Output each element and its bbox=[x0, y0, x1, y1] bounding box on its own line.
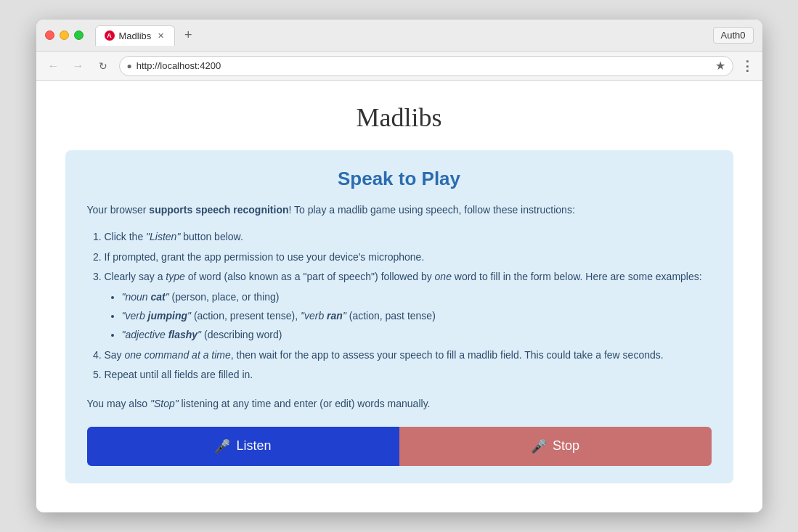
examples-list: "noun cat" (person, place, or thing) "ve… bbox=[122, 289, 712, 343]
stop-button[interactable]: 🎤 Stop bbox=[399, 427, 712, 466]
tab-bar: A Madlibs ✕ + bbox=[95, 25, 754, 46]
speak-to-play-card: Speak to Play Your browser supports spee… bbox=[65, 150, 733, 483]
stop-label: Stop bbox=[553, 438, 579, 454]
list-item: "noun cat" (person, place, or thing) bbox=[122, 289, 712, 306]
maximize-traffic-light[interactable] bbox=[74, 30, 84, 40]
intro-bold: supports speech recognition bbox=[149, 204, 288, 216]
minimize-traffic-light[interactable] bbox=[60, 30, 69, 40]
url-text: http://localhost:4200 bbox=[137, 60, 711, 71]
browser-window: A Madlibs ✕ + Auth0 ← → ↻ ● http://local… bbox=[36, 20, 762, 512]
lock-icon: ● bbox=[127, 61, 132, 71]
address-bar: ← → ↻ ● http://localhost:4200 ★ ⋮ bbox=[36, 52, 762, 81]
action-buttons-row: 🎤 Listen 🎤 Stop bbox=[87, 427, 712, 466]
list-item: Repeat until all fields are filled in. bbox=[105, 367, 712, 384]
instructions-list: Click the "Listen" button below. If prom… bbox=[105, 229, 712, 384]
active-tab[interactable]: A Madlibs ✕ bbox=[95, 25, 176, 46]
listen-label: Listen bbox=[236, 438, 271, 454]
back-button[interactable]: ← bbox=[45, 57, 62, 75]
also-stop-text: "Stop" bbox=[150, 398, 179, 409]
tab-title: Madlibs bbox=[119, 30, 152, 41]
auth-button[interactable]: Auth0 bbox=[713, 27, 754, 44]
tab-favicon: A bbox=[105, 30, 115, 41]
intro-suffix: ! To play a madlib game using speech, fo… bbox=[289, 204, 575, 216]
close-traffic-light[interactable] bbox=[45, 30, 54, 40]
list-item: Clearly say a type of word (also known a… bbox=[105, 269, 712, 343]
bookmark-icon[interactable]: ★ bbox=[715, 59, 725, 73]
more-options-button[interactable]: ⋮ bbox=[741, 58, 754, 74]
also-paragraph: You may also "Stop" listening at any tim… bbox=[87, 396, 712, 412]
page-content: Madlibs Speak to Play Your browser suppo… bbox=[36, 81, 762, 512]
title-bar: A Madlibs ✕ + Auth0 bbox=[36, 20, 762, 52]
list-item: Say one command at a time, then wait for… bbox=[105, 347, 712, 364]
list-item: If prompted, grant the app permission to… bbox=[105, 249, 712, 266]
listen-button[interactable]: 🎤 Listen bbox=[87, 427, 399, 466]
card-heading: Speak to Play bbox=[87, 168, 712, 190]
also-suffix: listening at any time and enter (or edit… bbox=[179, 398, 431, 409]
list-item: "verb jumping" (action, present tense), … bbox=[122, 308, 712, 325]
intro-paragraph: Your browser supports speech recognition… bbox=[87, 202, 712, 218]
intro-prefix: Your browser bbox=[87, 204, 150, 216]
mic-icon: 🎤 bbox=[214, 438, 230, 454]
new-tab-button[interactable]: + bbox=[178, 25, 198, 46]
list-item: Click the "Listen" button below. bbox=[105, 229, 712, 246]
tab-close-button[interactable]: ✕ bbox=[155, 30, 166, 41]
page-title: Madlibs bbox=[65, 102, 733, 133]
forward-button[interactable]: → bbox=[70, 57, 87, 75]
traffic-lights bbox=[45, 30, 84, 40]
stop-mic-icon: 🎤 bbox=[531, 438, 547, 454]
list-item: "adjective flashy" (describing word) bbox=[122, 327, 712, 344]
url-bar[interactable]: ● http://localhost:4200 ★ bbox=[119, 56, 733, 76]
refresh-button[interactable]: ↻ bbox=[94, 57, 112, 75]
also-prefix: You may also bbox=[87, 398, 150, 409]
